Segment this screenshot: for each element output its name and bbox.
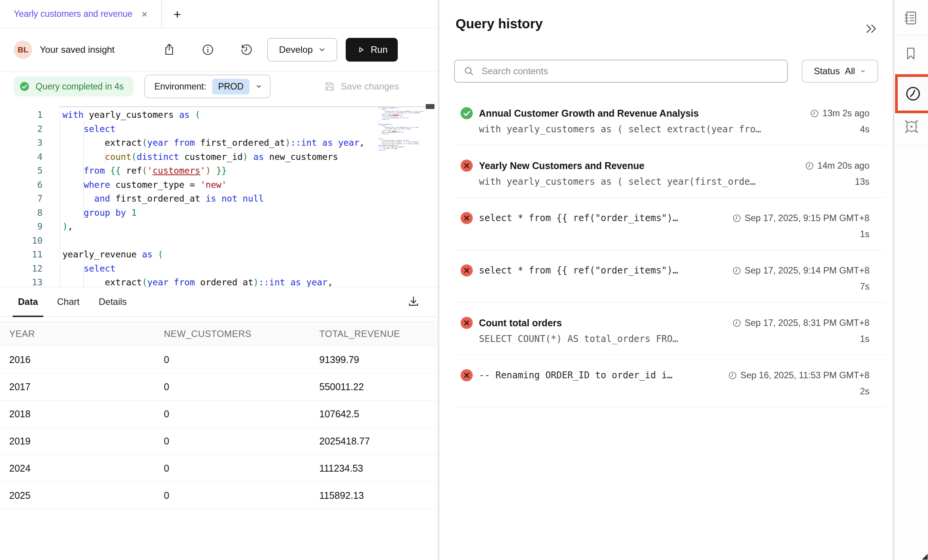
table-row[interactable]: 20180107642.5 <box>0 400 438 428</box>
left-panel: Yearly customers and revenue × + BL Your… <box>0 0 438 560</box>
tab-data[interactable]: Data <box>13 287 43 316</box>
code-line: yearly_revenue as ( <box>62 247 364 262</box>
tab-yearly-customers[interactable]: Yearly customers and revenue × <box>0 0 150 28</box>
status-filter-value: All <box>845 66 855 77</box>
history-item-time: Sep 17, 2025, 8:31 PM GMT+8 <box>732 318 869 328</box>
column-header-year[interactable]: YEAR <box>0 322 155 346</box>
history-item-duration: 1s <box>860 229 869 239</box>
history-item-title: Count total orders <box>479 317 732 329</box>
resize-handle[interactable] <box>922 554 928 560</box>
line-number: 5 <box>0 164 42 178</box>
table-cell: 0 <box>155 373 310 400</box>
error-status-icon <box>460 212 473 225</box>
query-history-rail-button-active[interactable] <box>895 74 928 113</box>
code-line: and first_ordered_at is not null <box>62 192 364 206</box>
history-item-duration: 4s <box>860 124 869 135</box>
status-message: Query completed in 4s <box>36 81 124 92</box>
error-icon <box>460 159 473 172</box>
clock-icon <box>904 85 922 103</box>
editor-minimap[interactable]: with yearly_customers as ( select extrac… <box>378 107 428 151</box>
sql-editor[interactable]: 12345678910111213 with yearly_customers … <box>0 101 438 287</box>
success-icon <box>460 107 473 120</box>
table-cell: 2025418.77 <box>310 428 438 455</box>
query-history-button[interactable] <box>240 43 253 57</box>
search-input[interactable] <box>481 65 787 77</box>
save-changes-button[interactable]: Save changes <box>323 80 399 93</box>
status-filter-label: Status <box>814 66 840 77</box>
table-cell: 2019 <box>0 428 155 455</box>
rail-separator <box>894 35 928 36</box>
develop-dropdown[interactable]: Develop <box>267 38 337 62</box>
table-row[interactable]: 20240111234.53 <box>0 455 438 482</box>
table-cell: 91399.79 <box>310 346 438 373</box>
info-button[interactable] <box>201 43 215 57</box>
results-tab-bar: Data Chart Details <box>0 287 438 317</box>
header-actions <box>162 43 253 57</box>
code-line: count(distinct customer_id) as new_custo… <box>62 150 364 164</box>
editor-scrollbar[interactable] <box>426 104 435 109</box>
environment-selector[interactable]: Environment: PROD <box>144 75 271 98</box>
tab-chart-label: Chart <box>57 296 80 307</box>
query-history-panel: Query history Status All Annual Customer… <box>439 0 893 560</box>
tab-divider <box>161 0 162 28</box>
search-field[interactable] <box>454 60 788 83</box>
history-item-title: -- Renaming ORDER_ID to order_id i… <box>479 370 728 381</box>
table-row[interactable]: 20250115892.13 <box>0 482 438 509</box>
tab-chart[interactable]: Chart <box>52 287 85 316</box>
download-results-button[interactable] <box>407 295 420 309</box>
history-item-duration: 2s <box>860 386 869 397</box>
history-item-time: 14m 20s ago <box>805 161 869 171</box>
history-item-detail: 7s <box>460 280 885 293</box>
history-item-sql-preview: with yearly_customers as ( select extrac… <box>479 124 860 135</box>
clock-icon <box>805 161 814 170</box>
history-item[interactable]: select * from {{ ref("order_items")…Sep … <box>456 250 885 303</box>
tab-details[interactable]: Details <box>93 287 132 316</box>
table-row[interactable]: 20170550011.22 <box>0 373 438 400</box>
clock-icon <box>732 214 741 223</box>
column-header-new-customers[interactable]: NEW_CUSTOMERS <box>155 322 310 346</box>
chevron-down-icon <box>255 83 262 90</box>
history-item-header: Annual Customer Growth and Revenue Analy… <box>460 106 885 120</box>
run-label: Run <box>371 44 387 55</box>
new-tab-button[interactable]: + <box>170 8 185 21</box>
history-item-title: select * from {{ ref("order_items")… <box>479 265 732 276</box>
chevron-down-icon <box>860 68 866 74</box>
collapse-panel-button[interactable] <box>864 21 879 36</box>
editor-gutter: 12345678910111213 <box>0 108 42 290</box>
history-item-header: -- Renaming ORDER_ID to order_id i…Sep 1… <box>460 368 885 382</box>
history-item[interactable]: Yearly New Customers and Revenue14m 20s … <box>456 145 885 198</box>
app-root: Yearly customers and revenue × + BL Your… <box>0 0 928 560</box>
table-cell: 107642.5 <box>310 400 438 428</box>
table-row[interactable]: 201902025418.77 <box>0 428 438 455</box>
history-item[interactable]: Count total ordersSep 17, 2025, 8:31 PM … <box>456 303 885 355</box>
history-item[interactable]: select * from {{ ref("order_items")…Sep … <box>456 198 885 250</box>
error-icon <box>460 264 473 277</box>
play-icon <box>356 45 366 55</box>
error-icon <box>460 212 473 225</box>
history-item-detail: 1s <box>460 227 885 241</box>
history-item-title: Yearly New Customers and Revenue <box>479 160 805 171</box>
history-item-detail: with yearly_customers as ( select extrac… <box>460 122 885 136</box>
history-item-detail: SELECT COUNT(*) AS total_orders FRO…1s <box>460 332 885 346</box>
history-item[interactable]: Annual Customer Growth and Revenue Analy… <box>456 93 885 145</box>
run-button[interactable]: Run <box>346 38 398 62</box>
editor-code[interactable]: with yearly_customers as ( select extrac… <box>62 108 364 287</box>
avatar: BL <box>14 41 32 59</box>
dbt-rail-button[interactable] <box>903 118 920 135</box>
line-number: 7 <box>0 192 42 206</box>
table-row[interactable]: 2016091399.79 <box>0 346 438 373</box>
status-badge: Query completed in 4s <box>14 77 134 96</box>
table-cell: 0 <box>155 455 310 482</box>
share-icon <box>162 43 176 57</box>
history-item[interactable]: -- Renaming ORDER_ID to order_id i…Sep 1… <box>456 355 885 407</box>
bookmark-rail-button[interactable] <box>903 45 920 62</box>
close-icon[interactable]: × <box>139 9 150 19</box>
column-header-total-revenue[interactable]: TOTAL_REVENUE <box>310 322 438 346</box>
share-button[interactable] <box>162 43 176 57</box>
code-line: select <box>62 122 364 136</box>
status-filter-dropdown[interactable]: Status All <box>802 60 878 83</box>
notebook-rail-button[interactable] <box>903 10 920 26</box>
history-item-time-text: 13m 2s ago <box>822 108 869 119</box>
download-icon <box>407 295 420 309</box>
table-cell: 2018 <box>0 400 155 428</box>
